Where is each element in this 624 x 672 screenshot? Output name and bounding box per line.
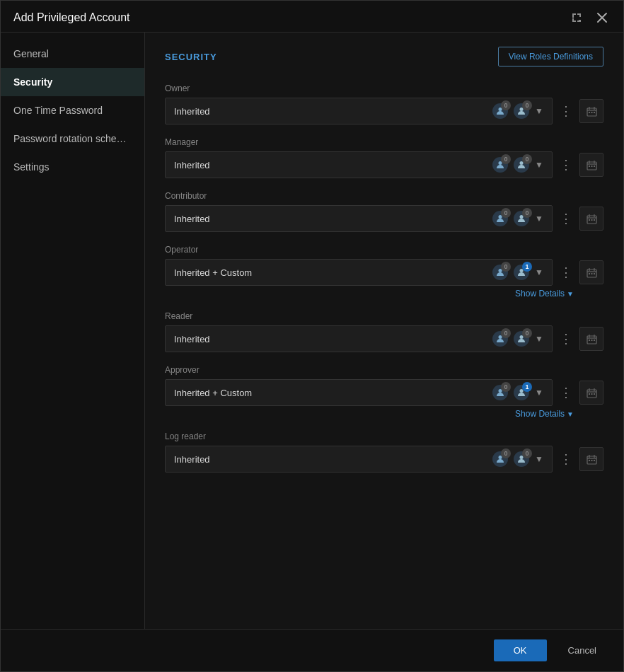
three-dots-manager[interactable]: ⋮: [557, 158, 575, 171]
role-group-log_reader: Log reader Inherited 0 0: [165, 431, 603, 473]
badge1-operator: 0: [501, 262, 511, 272]
role-value-reader: Inherited: [174, 334, 210, 344]
show-details-arrow-approver: ▼: [567, 410, 574, 418]
calendar-manager[interactable]: [579, 153, 603, 177]
badge1-contributor: 0: [501, 208, 511, 218]
role-dropdown-approver[interactable]: Inherited + Custom 0 1: [165, 379, 553, 406]
sidebar-item-rotation[interactable]: Password rotation schedule: [1, 124, 144, 153]
role-value-manager: Inherited: [174, 160, 210, 170]
role-dropdown-reader[interactable]: Inherited 0 0 ▼: [165, 325, 553, 352]
svg-rect-8: [594, 112, 595, 113]
sidebar-item-general[interactable]: General: [1, 40, 144, 68]
role-value-approver: Inherited + Custom: [174, 388, 252, 398]
dropdown-right-owner: 0 0 ▼: [491, 102, 543, 120]
restore-button[interactable]: [568, 11, 585, 25]
cancel-button[interactable]: Cancel: [555, 639, 609, 661]
calendar-reader[interactable]: [579, 327, 603, 351]
dialog-header: Add Privileged Account: [1, 1, 623, 33]
role-dropdown-operator[interactable]: Inherited + Custom 0 1: [165, 259, 553, 286]
svg-rect-53: [594, 393, 595, 395]
badge2-log_reader: 0: [522, 448, 532, 458]
role-value-operator: Inherited + Custom: [174, 267, 252, 278]
badge1-reader: 0: [501, 328, 511, 338]
svg-rect-6: [589, 112, 590, 113]
chevron-down-operator: ▼: [535, 267, 543, 277]
calendar-operator[interactable]: [579, 260, 603, 284]
three-dots-log_reader[interactable]: ⋮: [557, 453, 575, 465]
role-group-operator: Operator Inherited + Custom 0 1: [165, 245, 603, 299]
header-icons: [568, 11, 611, 25]
badge2-manager: 0: [522, 154, 532, 164]
icon-group-reader: 0 0: [491, 330, 531, 348]
section-header: SECURITY View Roles Definitions: [165, 47, 603, 66]
svg-rect-60: [589, 460, 590, 461]
restore-icon: [571, 12, 582, 23]
icon-group-operator: 0 1: [491, 263, 531, 282]
show-details-btn-approver[interactable]: Show Details ▼: [515, 409, 574, 419]
chevron-down-reader: ▼: [535, 334, 543, 344]
calendar-approver[interactable]: [579, 381, 603, 405]
svg-rect-25: [591, 219, 592, 221]
view-roles-button[interactable]: View Roles Definitions: [498, 47, 603, 66]
role-dropdown-log_reader[interactable]: Inherited 0 0 ▼: [165, 446, 553, 473]
role-dropdown-manager[interactable]: Inherited 0 0 ▼: [165, 151, 553, 178]
role-label-owner: Owner: [165, 83, 603, 93]
sidebar-item-settings[interactable]: Settings: [1, 153, 144, 181]
role-value-log_reader: Inherited: [174, 454, 210, 465]
dialog-title: Add Privileged Account: [13, 11, 130, 24]
badge2-contributor: 0: [522, 208, 532, 218]
svg-rect-52: [591, 393, 592, 395]
svg-rect-33: [589, 273, 590, 274]
show-details-label-approver: Show Details: [515, 409, 565, 419]
three-dots-contributor[interactable]: ⋮: [557, 212, 575, 225]
close-button[interactable]: [594, 11, 611, 25]
role-group-reader: Reader Inherited 0 0: [165, 311, 603, 352]
sidebar-item-otp[interactable]: One Time Password: [1, 96, 144, 124]
icon-group-approver: 0 1: [491, 383, 531, 402]
svg-rect-62: [594, 460, 595, 461]
person-user-icon-owner: 0: [512, 102, 531, 120]
three-dots-approver[interactable]: ⋮: [557, 386, 575, 399]
role-row-reader: Inherited 0 0 ▼: [165, 325, 603, 352]
three-dots-reader[interactable]: ⋮: [557, 332, 575, 345]
ok-button[interactable]: OK: [494, 639, 547, 661]
dialog: Add Privileged Account GeneralSecurityOn…: [0, 0, 624, 672]
svg-rect-61: [591, 460, 592, 461]
role-value-contributor: Inherited: [174, 214, 210, 224]
dialog-footer: OK Cancel: [1, 629, 623, 671]
role-dropdown-contributor[interactable]: Inherited 0 0 ▼: [165, 205, 553, 232]
person-user-icon-approver: 1: [512, 383, 531, 402]
role-label-approver: Approver: [165, 365, 603, 375]
role-group-manager: Manager Inherited 0 0: [165, 137, 603, 178]
calendar-log_reader[interactable]: [579, 447, 603, 471]
badge1-log_reader: 0: [501, 448, 511, 458]
show-details-btn-operator[interactable]: Show Details ▼: [515, 289, 574, 299]
three-dots-operator[interactable]: ⋮: [557, 266, 575, 279]
dropdown-right-log_reader: 0 0 ▼: [491, 450, 543, 468]
three-dots-owner[interactable]: ⋮: [557, 105, 575, 117]
calendar-owner[interactable]: [579, 99, 603, 123]
role-dropdown-owner[interactable]: Inherited 0 0 ▼: [165, 98, 553, 124]
role-value-owner: Inherited: [174, 106, 210, 117]
badge2-reader: 0: [522, 328, 532, 338]
show-details-row-approver: Show Details ▼: [165, 409, 603, 419]
sidebar: GeneralSecurityOne Time PasswordPassword…: [1, 33, 145, 629]
role-row-approver: Inherited + Custom 0 1: [165, 379, 603, 406]
dropdown-right-manager: 0 0 ▼: [491, 156, 543, 174]
role-label-contributor: Contributor: [165, 191, 603, 201]
calendar-contributor[interactable]: [579, 207, 603, 231]
sidebar-item-security[interactable]: Security: [1, 68, 144, 96]
dropdown-right-operator: 0 1 ▼: [491, 263, 543, 282]
svg-rect-7: [591, 112, 592, 113]
chevron-down-manager: ▼: [535, 160, 543, 170]
role-group-owner: Owner Inherited 0 0: [165, 83, 603, 124]
role-label-reader: Reader: [165, 311, 603, 321]
show-details-label-operator: Show Details: [515, 289, 565, 299]
chevron-down-contributor: ▼: [535, 214, 543, 224]
icon-group-owner: 0 0: [491, 102, 531, 120]
badge2-operator: 1: [522, 262, 532, 272]
icon-group-manager: 0 0: [491, 156, 531, 174]
badge2-owner: 0: [522, 100, 532, 110]
person-group-icon-log_reader: 0: [491, 450, 509, 468]
chevron-down-log_reader: ▼: [535, 454, 543, 464]
